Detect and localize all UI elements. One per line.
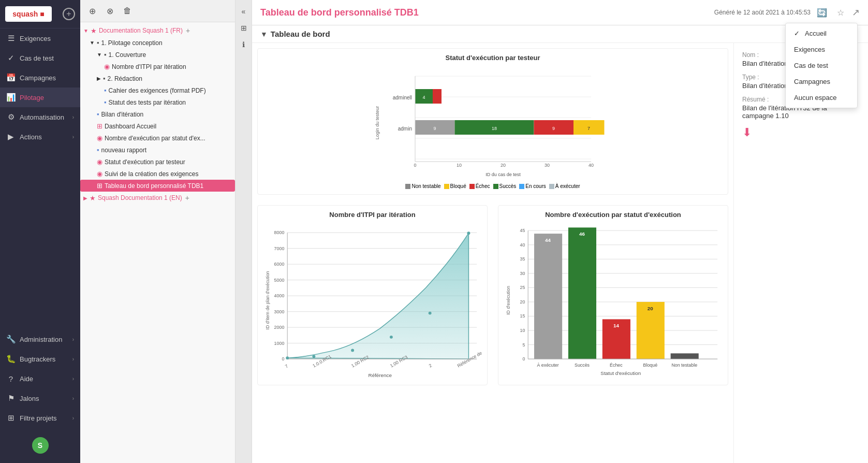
- tree-label-tdb1: Tableau de bord personnalisé TDB1: [105, 182, 203, 190]
- svg-text:30: 30: [545, 163, 550, 168]
- dropdown-item-cas-de-test[interactable]: Cas de test: [786, 57, 857, 74]
- sidebar-item-jalons[interactable]: ⚑ Jalons ›: [0, 388, 80, 408]
- cas-de-test-icon: ✓: [6, 53, 16, 63]
- refresh-button[interactable]: 🔄: [815, 5, 829, 20]
- campagnes-icon: 📅: [6, 73, 16, 82]
- dropdown-item-exigences[interactable]: Exigences: [786, 41, 857, 57]
- sidebar-label-cas-de-test: Cas de test: [20, 54, 54, 62]
- sidebar-item-filtre-projets[interactable]: ⊞ Filtre projets ›: [0, 408, 80, 428]
- dropdown-item-aucun-espace[interactable]: Aucun espace: [786, 90, 857, 106]
- jalons-icon: ⚑: [6, 394, 16, 403]
- sidebar-item-pilotage[interactable]: 📊 Pilotage: [0, 88, 80, 107]
- tree-item-nombre-itpi[interactable]: ◉ Nombre d'ITPI par itération: [80, 61, 235, 73]
- dropdown-label-cas-de-test: Cas de test: [794, 62, 828, 69]
- tree-label-bilan: Bilan d'itération: [101, 111, 144, 118]
- header-actions: Généré le 12 août 2021 à 10:45:53 🔄 ☆ ↗: [714, 5, 860, 20]
- svg-text:7000: 7000: [274, 246, 285, 251]
- tree-delete-button[interactable]: 🗑: [121, 4, 134, 18]
- svg-text:7: 7: [284, 364, 289, 369]
- svg-text:ID du cas de test: ID du cas de test: [486, 172, 521, 177]
- chart3-svg: ID d'exécution 0 5 10 15 20 25 30 35 40 …: [504, 223, 723, 378]
- sidebar-add-btn[interactable]: +: [63, 8, 75, 20]
- download-button[interactable]: ⬇: [742, 126, 860, 139]
- chart2-title: Nombre d'ITPI par itération: [263, 211, 482, 219]
- sidebar-label-campagnes: Campagnes: [20, 74, 56, 82]
- star-icon: ★: [91, 27, 97, 35]
- tree-label-doc-fr: Documentation Squash 1 (FR): [99, 27, 183, 34]
- chart-icon-tdb1: ⊞: [97, 182, 102, 190]
- sidebar: squash ■ + ☰ Exigences ✓ Cas de test 📅 C…: [0, 0, 80, 463]
- dropdown-item-accueil[interactable]: Accueil: [786, 25, 857, 41]
- automatisation-icon: ⚙: [6, 112, 16, 122]
- dropdown-label-accueil: Accueil: [805, 30, 827, 37]
- chevron-icon-admin: ›: [72, 337, 74, 342]
- main-content: Tableau de bord personnalisé TDB1 Généré…: [252, 0, 868, 463]
- tree-item-statut-tests[interactable]: ▪ Statut des tests par itération: [80, 96, 235, 108]
- charts-bottom-row: Nombre d'ITPI par itération ID d'item de…: [257, 205, 728, 385]
- chart-execution-par-testeur: Statut d'exécution par testeur Login du …: [257, 48, 728, 195]
- svg-text:4: 4: [422, 95, 425, 100]
- point-2: [429, 312, 432, 315]
- tree-item-doc-en[interactable]: ▶ ★ Squash Documentation 1 (EN) +: [80, 192, 235, 204]
- svg-text:30: 30: [520, 271, 525, 276]
- sidebar-item-aide[interactable]: ? Aide ›: [0, 369, 80, 388]
- panel-toggle: « ⊞ ℹ: [236, 0, 252, 463]
- tree-item-cahier[interactable]: ▪ Cahier des exigences (format PDF): [80, 84, 235, 96]
- sidebar-item-campagnes[interactable]: 📅 Campagnes: [0, 68, 80, 88]
- folder-icon-pilotage: ▪: [97, 39, 99, 47]
- tree-item-add-btn[interactable]: +: [186, 26, 190, 35]
- svg-text:0: 0: [414, 163, 416, 168]
- dropdown-item-campagnes[interactable]: Campagnes: [786, 74, 857, 90]
- svg-text:40: 40: [589, 163, 594, 168]
- sidebar-item-exigences[interactable]: ☰ Exigences: [0, 28, 80, 48]
- svg-text:0: 0: [522, 356, 525, 361]
- bar-a-executer: [534, 234, 562, 359]
- tree-copy-button[interactable]: ⊗: [103, 4, 116, 18]
- sidebar-label-automatisation: Automatisation: [20, 113, 64, 121]
- tree-header: ⊕ ⊗ 🗑: [80, 0, 235, 22]
- bar-adminell-red: [433, 89, 442, 104]
- tree-label-statut-tests: Statut des tests par itération: [109, 99, 186, 106]
- tree-item-tableau-bord-tdb1[interactable]: ⊞ Tableau de bord personnalisé TDB1: [80, 180, 235, 192]
- filtre-projets-icon: ⊞: [6, 413, 16, 423]
- svg-text:40: 40: [520, 242, 525, 248]
- administration-icon: 🔧: [6, 335, 16, 344]
- grid-view-btn[interactable]: ⊞: [237, 21, 251, 35]
- sidebar-item-actions[interactable]: ▶ Actions ›: [0, 127, 80, 147]
- sidebar-bottom: 🔧 Administration › 🐛 Bugtrackers › ? Aid…: [0, 329, 80, 463]
- tree-item-redaction[interactable]: ▶ ▪ 2. Rédaction: [80, 73, 235, 84]
- tree-item-couverture[interactable]: ▼ ▪ 1. Couverture: [80, 49, 235, 61]
- section-toggle-btn[interactable]: ▼: [260, 30, 268, 38]
- favorite-button[interactable]: ☆: [833, 5, 848, 20]
- tree-item-pilotage-conception[interactable]: ▼ ▪ 1. Pilotage conception: [80, 37, 235, 49]
- info-view-btn[interactable]: ℹ: [237, 37, 251, 52]
- dropdown-menu: Accueil Exigences Cas de test Campagnes …: [785, 23, 858, 108]
- tree-add-button[interactable]: ⊕: [85, 4, 99, 18]
- svg-text:admin: admin: [398, 126, 412, 132]
- tree-item-dashboard-accueil[interactable]: ⊞ Dashboard Accueil: [80, 120, 235, 132]
- tree-item-add-btn-en[interactable]: +: [185, 194, 189, 202]
- tree-item-bilan-iteration[interactable]: ▪ Bilan d'itération: [80, 108, 235, 120]
- doc-icon-statut: ▪: [104, 98, 107, 106]
- svg-text:20: 20: [648, 306, 653, 311]
- svg-text:Non testable: Non testable: [671, 363, 697, 368]
- tree-item-statut-execution-testeur[interactable]: ◉ Statut d'exécution par testeur: [80, 156, 235, 168]
- tree-item-nouveau-rapport[interactable]: ▪ nouveau rapport: [80, 144, 235, 156]
- chevron-icon-filtre: ›: [72, 415, 74, 421]
- tree-item-suivi-creation[interactable]: ◉ Suivi de la création des exigences: [80, 168, 235, 180]
- sidebar-item-bugtrackers[interactable]: 🐛 Bugtrackers ›: [0, 349, 80, 369]
- collapse-panel-btn[interactable]: «: [237, 4, 251, 19]
- svg-text:Succès: Succès: [575, 363, 590, 368]
- chart-icon-itpi: ◉: [104, 63, 110, 70]
- chevron-icon-aide: ›: [72, 376, 74, 382]
- chart1-title: Statut d'exécution par testeur: [263, 54, 723, 62]
- sidebar-item-administration[interactable]: 🔧 Administration ›: [0, 329, 80, 349]
- sidebar-item-cas-de-test[interactable]: ✓ Cas de test: [0, 48, 80, 68]
- tree-item-doc-fr[interactable]: ▼ ★ Documentation Squash 1 (FR) +: [80, 24, 235, 37]
- sidebar-item-automatisation[interactable]: ⚙ Automatisation ›: [0, 107, 80, 127]
- tree-item-nombre-execution[interactable]: ◉ Nombre d'exécution par statut d'ex...: [80, 132, 235, 144]
- aide-icon: ?: [6, 374, 16, 383]
- sidebar-label-administration: Administration: [20, 336, 62, 343]
- sidebar-logo: squash ■ +: [0, 0, 80, 28]
- user-avatar[interactable]: S: [32, 437, 49, 454]
